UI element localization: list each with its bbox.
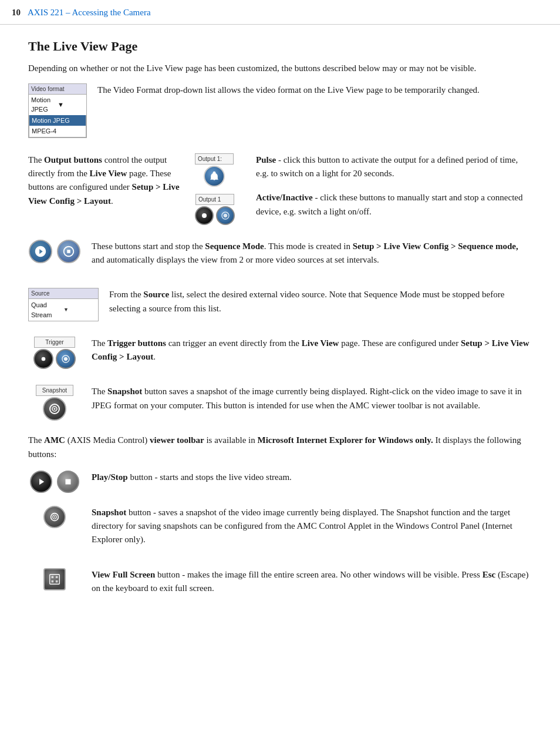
stop-icon	[63, 476, 73, 487]
amc-fullscreen-text: View Full Screen button - makes the imag…	[92, 568, 532, 604]
trigger-description: The Trigger buttons can trigger an event…	[92, 337, 532, 364]
svg-rect-9	[50, 574, 60, 584]
svg-point-1	[42, 357, 46, 361]
video-format-block: Video format Motion JPEG ▼ Motion JPEG M…	[28, 83, 532, 140]
trigger-block: Trigger The Trigger butt	[28, 337, 532, 372]
page-header: 10 AXIS 221 – Accessing the Camera	[0, 0, 560, 25]
snapshot-text: The Snapshot button saves a snapshot of …	[92, 385, 532, 421]
trigger-inactive-button[interactable]	[56, 349, 76, 369]
sequence-bold1: Sequence Mode	[205, 241, 264, 251]
video-format-option-mpeg4[interactable]: MPEG-4	[29, 126, 86, 137]
output-descriptions-right: Pulse - click this button to activate th…	[256, 153, 532, 227]
pulse-title: Pulse	[256, 155, 276, 164]
trigger-active-button[interactable]	[33, 349, 53, 369]
amc-snapshot-description: Snapshot button - saves a snapshot of th…	[92, 506, 532, 547]
sequence-description: These buttons start and stop the Sequenc…	[92, 240, 532, 267]
page-title-header: AXIS 221 – Accessing the Camera	[28, 6, 151, 19]
inactive-button[interactable]	[216, 206, 235, 225]
amc-play-stop-block: Play/Stop button - starts and stops the …	[28, 471, 532, 493]
video-format-box[interactable]: Video format Motion JPEG ▼ Motion JPEG M…	[28, 83, 87, 138]
esc-key: Esc	[483, 570, 496, 579]
source-label: Source	[29, 288, 98, 298]
page-content: The Live View Page Depending on whether …	[0, 36, 560, 640]
sequence-bold2: Setup > Live View Config > Sequence mode…	[353, 241, 518, 251]
source-value: Quad Stream	[31, 300, 63, 320]
source-icon-area: Source Quad Stream ▼	[28, 288, 99, 321]
output-description: The Output buttons control the output di…	[28, 153, 181, 208]
sequence-mode-block: These buttons start and stop the Sequenc…	[28, 240, 532, 276]
output1-item: Output 1:	[195, 153, 234, 187]
video-format-dropdown: Motion JPEG MPEG-4	[29, 115, 86, 137]
active-button[interactable]	[195, 206, 214, 225]
output-buttons-block: The Output buttons control the output di…	[28, 153, 532, 227]
svg-point-0	[202, 213, 207, 218]
video-format-text: The Video Format drop-down list allows t…	[97, 83, 532, 105]
amc-bold1: AMC	[44, 435, 65, 445]
source-bold1: Source	[143, 290, 169, 299]
sequence-play-button[interactable]	[29, 240, 52, 263]
pulse-description: Pulse - click this button to activate th…	[256, 153, 532, 181]
sequence-text: These buttons start and stop the Sequenc…	[92, 240, 532, 276]
video-format-option-mjpeg[interactable]: Motion JPEG	[29, 115, 86, 126]
fullscreen-button[interactable]	[43, 568, 66, 590]
trigger-icon-area: Trigger	[28, 337, 81, 369]
play-button[interactable]	[30, 471, 52, 493]
output2-item: Output 1	[195, 194, 235, 225]
amc-intro: The AMC (AXIS Media Control) viewer tool…	[28, 434, 532, 461]
source-block: Source Quad Stream ▼ From the Source lis…	[28, 288, 532, 324]
snapshot-icon-area: Snapshot	[28, 385, 81, 421]
fullscreen-title: View Full Screen	[92, 570, 155, 579]
active-icon	[200, 211, 209, 220]
fullscreen-icon	[48, 573, 61, 586]
sequence-stop-icon	[62, 245, 75, 258]
source-box[interactable]: Source Quad Stream ▼	[28, 288, 99, 321]
amc-fullscreen-description: View Full Screen button - makes the imag…	[92, 568, 532, 596]
play-stop-buttons	[30, 471, 79, 493]
trigger-buttons	[33, 349, 76, 369]
output-bold1: Output buttons	[44, 155, 102, 164]
amc-snapshot-icon-area	[28, 506, 81, 528]
amc-bold2: viewer toolbar	[150, 435, 204, 445]
svg-rect-11	[56, 576, 58, 578]
amc-play-stop-description: Play/Stop button - starts and stops the …	[92, 471, 532, 484]
amc-snapshot-title: Snapshot	[92, 508, 126, 517]
sequence-stop-button[interactable]	[57, 240, 80, 263]
output-icons-area: Output 1: Output 1	[195, 153, 242, 225]
snapshot-block: Snapshot The Snapshot button saves a sna…	[28, 385, 532, 421]
svg-rect-12	[52, 580, 54, 582]
trigger-bold1: Trigger buttons	[107, 338, 166, 348]
snapshot-button[interactable]	[43, 397, 66, 421]
amc-snapshot-button[interactable]	[43, 506, 66, 528]
active-inactive-btns	[195, 206, 235, 225]
inactive-icon	[221, 211, 230, 220]
active-description: Active/Inactive - click these buttons to…	[256, 191, 532, 219]
amc-bold3: Microsoft Internet Explorer for Windows …	[258, 435, 433, 445]
source-arrow: ▼	[63, 306, 96, 314]
trigger-bold2: Live View	[302, 338, 339, 348]
svg-rect-5	[66, 479, 71, 484]
output2-label: Output 1	[195, 194, 234, 205]
output-text-area: The Output buttons control the output di…	[28, 153, 181, 216]
video-format-arrow: ▼	[58, 100, 84, 110]
source-text: From the Source list, select the desired…	[109, 288, 532, 324]
video-format-select[interactable]: Motion JPEG ▼	[29, 94, 86, 115]
amc-snapshot-text: Snapshot button - saves a snapshot of th…	[92, 506, 532, 555]
stop-button[interactable]	[57, 471, 79, 493]
amc-play-stop-text: Play/Stop button - starts and stops the …	[92, 471, 532, 492]
amc-fullscreen-icon-area	[28, 568, 81, 590]
source-select[interactable]: Quad Stream ▼	[29, 298, 98, 321]
svg-rect-10	[52, 576, 54, 578]
trigger-inactive-icon	[61, 354, 70, 364]
video-format-label: Video format	[29, 84, 86, 94]
pulse-button[interactable]	[204, 166, 225, 187]
section-title: The Live View Page	[28, 36, 532, 56]
trigger-area: Trigger	[33, 337, 76, 369]
snapshot-description: The Snapshot button saves a snapshot of …	[92, 385, 532, 412]
svg-rect-13	[56, 580, 58, 582]
snapshot-area: Snapshot	[36, 385, 73, 421]
sequence-play-icon	[34, 245, 47, 258]
snapshot-camera-icon	[48, 402, 62, 416]
video-format-selected: Motion JPEG	[31, 95, 58, 115]
sequence-icon-area	[28, 240, 81, 263]
snapshot-label: Snapshot	[36, 385, 73, 396]
